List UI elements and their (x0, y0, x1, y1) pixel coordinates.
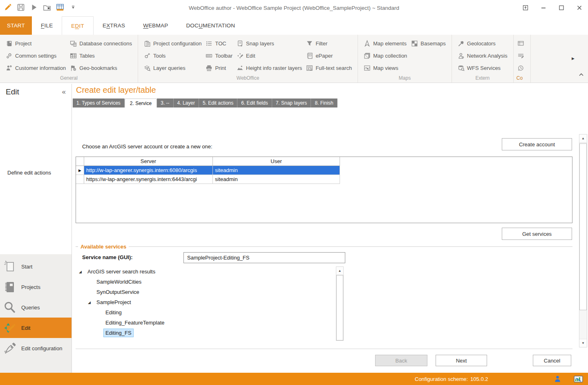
edit-pencil-icon[interactable] (3, 3, 12, 12)
ribbon-item-map-elements[interactable]: Map elements (362, 37, 409, 49)
page-scrollbar[interactable]: ▲ ▼ (579, 134, 587, 347)
sidebar-item-start[interactable]: Start (0, 256, 72, 277)
ribbon-item-project-configuration[interactable]: Project configuration (142, 37, 204, 49)
ribbon-item-tools[interactable]: Tools (142, 49, 204, 62)
sidebar-item-edit-configuration[interactable]: Edit configuration (0, 338, 72, 358)
ribbon-tab-file[interactable]: FILE (32, 16, 62, 35)
server-cell[interactable]: http://w-lap-angerer.synergis.intern:608… (84, 166, 213, 175)
ribbon-item-map-collection[interactable]: Map collection (362, 49, 409, 62)
back-button[interactable]: Back (375, 355, 427, 366)
ribbon-item-lines-pen[interactable] (515, 49, 526, 62)
save-icon[interactable] (16, 3, 25, 12)
cancel-button[interactable]: Cancel (533, 355, 571, 366)
ribbon-scroll-right-icon[interactable]: ▶ (572, 56, 575, 60)
row-selector-cell[interactable]: ▶ (76, 166, 84, 175)
user-status-icon[interactable] (554, 375, 561, 382)
ribbon-item-toc[interactable]: TOC (203, 37, 235, 49)
ribbon-tab-extras[interactable]: EXTRAS (94, 16, 134, 35)
scrollbar-thumb[interactable] (579, 143, 587, 310)
sidebar-item-projects[interactable]: Projects (0, 277, 72, 297)
column-header-server[interactable]: Server (84, 157, 213, 166)
ribbon-item-geolocators[interactable]: Geolocators (456, 37, 510, 49)
tree-expander-icon[interactable]: ◢ (79, 270, 85, 274)
ribbon-item-database-connections[interactable]: Database connections (68, 37, 134, 49)
ribbon-item-wfs-services[interactable]: WFS Services (456, 62, 510, 74)
customize-quick-access-icon[interactable] (69, 3, 78, 12)
tree-item-sampleproject[interactable]: ◢SampleProject (78, 297, 331, 307)
service-name-input[interactable] (183, 252, 345, 263)
tree-item-synoutputservice[interactable]: SynOutputService (78, 287, 331, 297)
ribbon-item-toolbar[interactable]: Toolbar (203, 49, 235, 62)
ribbon-tab-documentation[interactable]: DOCUMENTATION (177, 16, 244, 35)
ribbon-item-project[interactable]: Project (4, 37, 68, 49)
tree-item-editing[interactable]: Editing (78, 307, 331, 318)
ribbon-item-layer-queries[interactable]: Layer queries (142, 62, 204, 74)
ribbon-item-epaper[interactable]: ePaper (304, 49, 354, 62)
ribbon-item-full-text-search[interactable]: Full-text search (304, 62, 354, 74)
create-account-button[interactable]: Create account (502, 138, 572, 150)
ribbon-tab-edit[interactable]: EDIT (62, 16, 94, 35)
user-cell[interactable]: siteadmin (213, 175, 340, 184)
ribbon-item-snap-layers[interactable]: Snap layers (235, 37, 304, 49)
ribbon-item-edit[interactable]: Edit (235, 49, 304, 62)
wizard-step-6-edit-fields[interactable]: 6. Edit fields (237, 98, 272, 107)
close-icon[interactable] (575, 3, 584, 12)
ribbon-item-geo-bookmarks[interactable]: Geo-bookmarks (68, 62, 134, 74)
wizard-step-8-finish[interactable]: 8. Finish (311, 98, 337, 107)
server-cell[interactable]: https://w-lap-angerer.synergis.intern:64… (84, 175, 213, 184)
get-services-button[interactable]: Get services (502, 228, 572, 240)
ribbon-collapse-icon[interactable] (579, 73, 584, 76)
table-row[interactable]: https://w-lap-angerer.synergis.intern:64… (76, 175, 340, 184)
tree-item-arcgis-server-search-results[interactable]: ◢ArcGIS server search results (78, 266, 331, 277)
wizard-step-5-edit-actions[interactable]: 5. Edit actions (199, 98, 237, 107)
ribbon-item-tables[interactable]: Tables (68, 49, 134, 62)
ribbon-item-filter[interactable]: Filter (304, 37, 354, 49)
scrollbar-thumb[interactable] (336, 275, 343, 340)
scroll-up-icon[interactable]: ▲ (336, 267, 343, 275)
ribbon-item-basemaps[interactable]: Basemaps (409, 37, 447, 49)
ribbon-item-height-info-raster-layers[interactable]: Height info raster layers (235, 62, 304, 74)
tree-item-sampleworldcities[interactable]: SampleWorldCities (78, 277, 331, 287)
sidebar-item-queries[interactable]: Queries (0, 297, 72, 318)
tables-icon[interactable] (56, 3, 65, 12)
scroll-up-icon[interactable]: ▲ (579, 134, 587, 143)
pin-ribbon-icon[interactable] (521, 3, 530, 12)
collapse-panel-icon[interactable]: « (62, 88, 66, 96)
minimize-icon[interactable] (539, 3, 548, 12)
table-row[interactable]: ▶http://w-lap-angerer.synergis.intern:60… (76, 166, 340, 175)
ribbon-item-label: Print (215, 65, 226, 71)
row-selector-cell[interactable] (76, 175, 84, 184)
tree-scrollbar[interactable]: ▲ (336, 266, 344, 341)
wizard-step-3[interactable]: 3. -- (157, 98, 173, 107)
tree-item-editing-featuretemplate[interactable]: Editing_FeatureTemplate (78, 318, 331, 328)
ribbon-item-common-settings[interactable]: Common settings (4, 49, 68, 62)
ribbon-item-map-views[interactable]: Map views (362, 62, 409, 74)
ribbon-item-print[interactable]: Print (203, 62, 235, 74)
sidebar-item-edit[interactable]: Edit (0, 318, 72, 338)
tree-expander-icon[interactable]: ◢ (88, 300, 94, 304)
edit-configuration-icon (2, 341, 18, 356)
ribbon-tab-start[interactable]: START (0, 16, 32, 35)
ribbon-item-screen-small[interactable] (515, 37, 526, 49)
maximize-icon[interactable] (557, 3, 566, 12)
ribbon-item-network-analysis[interactable]: Network Analysis (456, 49, 510, 62)
wizard-steps: 1. Types of Services2. Service3. --4. La… (73, 98, 338, 107)
status-bar: Configuration scheme: 105.0.2 (0, 373, 588, 385)
wizard-step-7-snap-layers[interactable]: 7. Snap layers (272, 98, 311, 107)
monitor-status-icon[interactable] (574, 376, 583, 383)
next-button[interactable]: Next (436, 355, 487, 366)
wizard-step-4-layer[interactable]: 4. Layer (174, 98, 199, 107)
run-icon[interactable] (29, 3, 38, 12)
geo-bookmarks-icon (70, 65, 77, 72)
project-configuration-icon (144, 40, 151, 47)
scroll-down-icon[interactable]: ▼ (579, 339, 587, 347)
ribbon-item-clock[interactable] (515, 62, 526, 74)
column-header-user[interactable]: User (213, 157, 340, 166)
ribbon-tab-webmap[interactable]: WEBMAP (134, 16, 177, 35)
ribbon-item-customer-information[interactable]: Customer information (4, 62, 68, 74)
wizard-step-1-types-of-services[interactable]: 1. Types of Services (73, 98, 125, 107)
close-project-icon[interactable] (42, 3, 51, 12)
tree-item-editing-fs[interactable]: Editing_FS (78, 328, 331, 338)
user-cell[interactable]: siteadmin (213, 166, 340, 175)
wizard-step-2-service[interactable]: 2. Service (125, 98, 157, 107)
